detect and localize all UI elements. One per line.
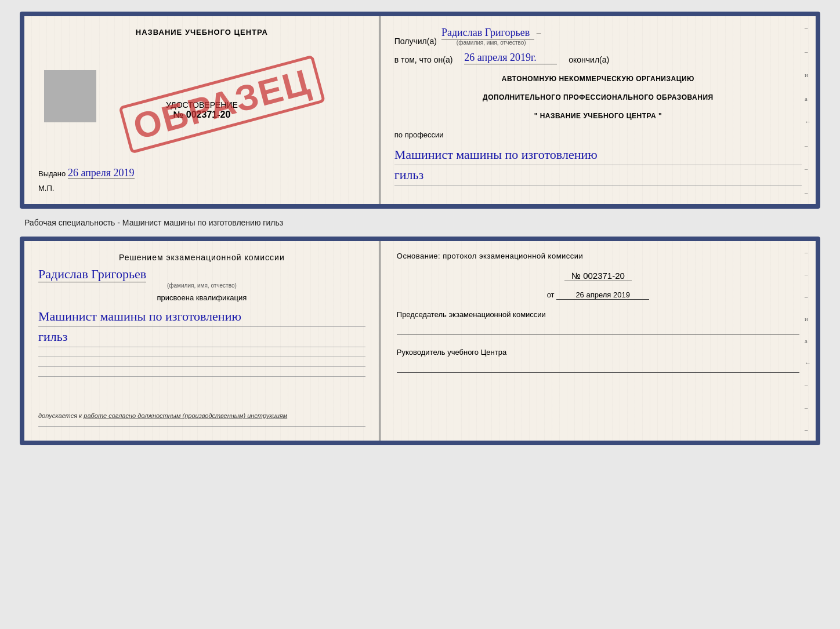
assigned-label: присвоена квалификация bbox=[38, 293, 365, 302]
bottom-qualification-value2: гильз bbox=[38, 329, 365, 344]
director-label: Руководитель учебного Центра bbox=[397, 348, 799, 357]
protocol-number: № 002371-20 bbox=[564, 271, 632, 281]
protocol-number-block: № 002371-20 bbox=[397, 271, 799, 281]
director-section: Руководитель учебного Центра bbox=[397, 348, 799, 373]
bottom-left-panel: Решением экзаменационной комиссии Радисл… bbox=[24, 241, 381, 441]
cert-training-center-title: НАЗВАНИЕ УЧЕБНОГО ЦЕНТРА bbox=[38, 28, 365, 37]
bottom-qualification-value: Машинист машины по изготовлению bbox=[38, 309, 365, 324]
allowed-prefix: допускается к bbox=[38, 412, 82, 419]
separator-label: Рабочая специальность - Машинист машины … bbox=[20, 218, 283, 227]
cert-stamp-area: УДОСТОВЕРЕНИЕ № 002371-20 ОБРАЗЕЦ bbox=[38, 41, 365, 167]
bottom-date-line: от 26 апреля 2019 bbox=[397, 290, 799, 300]
person-name-block: Радислав Григорьев (фамилия, имя, отчест… bbox=[38, 267, 365, 289]
right-edge-marks: – – и а ← – – – bbox=[805, 16, 811, 204]
issued-date: 26 апреля 2019 bbox=[68, 167, 135, 179]
recipient-name: Радислав Григорьев bbox=[441, 27, 534, 39]
bottom-qualification-block: Машинист машины по изготовлению гильз bbox=[38, 309, 365, 379]
issued-line: Выдано 26 апреля 2019 bbox=[38, 167, 365, 179]
finished-label: окончил(а) bbox=[569, 55, 609, 64]
allowed-line: допускается к работе согласно должностны… bbox=[38, 412, 365, 419]
obrazets-text: ОБРАЗЕЦ bbox=[129, 63, 314, 145]
bottom-person-name: Радислав Григорьев bbox=[38, 267, 146, 282]
bottom-right-edge-marks: – – – и а ← – – – bbox=[805, 241, 811, 441]
top-certificate: НАЗВАНИЕ УЧЕБНОГО ЦЕНТРА УДОСТОВЕРЕНИЕ №… bbox=[20, 12, 820, 209]
allowed-text: работе согласно должностным (производств… bbox=[84, 412, 287, 419]
issued-label: Выдано bbox=[38, 169, 66, 178]
profession-label: по профессии bbox=[394, 130, 802, 139]
bottom-certificate: Решением экзаменационной комиссии Радисл… bbox=[20, 237, 820, 445]
profession-value: Машинист машины по изготовлению bbox=[394, 147, 802, 162]
director-signature-line bbox=[397, 361, 799, 373]
cert-photo-placeholder bbox=[44, 70, 96, 122]
cert-right-panel: Получил(а) Радислав Григорьев – (фамилия… bbox=[381, 16, 816, 204]
mp-line: М.П. bbox=[38, 184, 365, 192]
bottom-right-panel: Основание: протокол экзаменационной коми… bbox=[381, 241, 816, 441]
org-name: " НАЗВАНИЕ УЧЕБНОГО ЦЕНТРА " bbox=[394, 112, 802, 120]
bottom-date-value: 26 апреля 2019 bbox=[556, 290, 649, 300]
chairman-label: Председатель экзаменационной комиссии bbox=[397, 310, 799, 319]
date-line-row: в том, что он(а) 26 апреля 2019г. окончи… bbox=[394, 52, 802, 64]
received-label: Получил(а) bbox=[394, 37, 437, 46]
profession-block: Машинист машины по изготовлению гильз bbox=[394, 147, 802, 188]
chairman-signature-line bbox=[397, 323, 799, 335]
org-line2: ДОПОЛНИТЕЛЬНОГО ПРОФЕССИОНАЛЬНОГО ОБРАЗО… bbox=[394, 93, 802, 101]
recipient-line: Получил(а) Радислав Григорьев – (фамилия… bbox=[394, 27, 802, 46]
decision-title: Решением экзаменационной комиссии bbox=[38, 253, 365, 262]
bottom-fio-subtext: (фамилия, имя, отчество) bbox=[38, 282, 365, 289]
document-wrapper: НАЗВАНИЕ УЧЕБНОГО ЦЕНТРА УДОСТОВЕРЕНИЕ №… bbox=[20, 12, 820, 445]
basis-label: Основание: протокол экзаменационной коми… bbox=[397, 252, 799, 260]
cert-left-panel: НАЗВАНИЕ УЧЕБНОГО ЦЕНТРА УДОСТОВЕРЕНИЕ №… bbox=[24, 16, 381, 204]
chairman-section: Председатель экзаменационной комиссии bbox=[397, 310, 799, 335]
course-date: 26 апреля 2019г. bbox=[464, 52, 557, 64]
fio-subtext: (фамилия, имя, отчество) bbox=[441, 39, 541, 46]
obrazets-stamp: ОБРАЗЕЦ bbox=[118, 54, 325, 154]
date-prefix: от bbox=[547, 290, 555, 299]
profession-value2: гильз bbox=[394, 168, 802, 183]
in-that-label: в том, что он(а) bbox=[394, 55, 453, 64]
org-line1: АВТОНОМНУЮ НЕКОММЕРЧЕСКУЮ ОРГАНИЗАЦИЮ bbox=[394, 75, 802, 83]
